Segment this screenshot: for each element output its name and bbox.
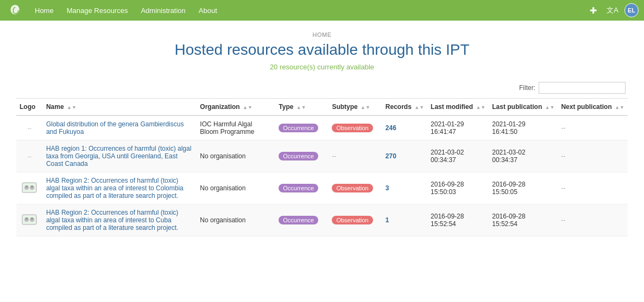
nav-about[interactable]: About: [192, 0, 224, 21]
filter-label: Filter:: [519, 84, 535, 92]
cell-organization: No organisation: [197, 204, 275, 236]
type-badge: Occurrence: [279, 216, 318, 224]
col-header-next-publication[interactable]: Next publication ▲▼: [558, 99, 628, 116]
table-row: --HAB region 1: Occurrences of harmful (…: [16, 140, 628, 172]
user-avatar[interactable]: EL: [624, 3, 639, 17]
cell-last-publication: 2021-01-29 16:41:50: [489, 115, 558, 140]
sort-nextpub-icon: ▲▼: [615, 105, 624, 110]
cell-next-publication: --: [558, 172, 628, 204]
table-section: Filter: Logo Name ▲▼ Organization ▲▼ Typ…: [16, 82, 628, 236]
records-count: 270: [386, 152, 396, 160]
sort-org-icon: ▲▼: [243, 105, 252, 110]
subtype-badge: Observation: [332, 216, 372, 224]
sort-type-icon: ▲▼: [296, 105, 306, 110]
cell-name: Global distribution of the genera Gambie…: [43, 115, 197, 140]
resource-count: 20 resource(s) currently available: [16, 63, 628, 71]
resources-table: Logo Name ▲▼ Organization ▲▼ Type ▲▼ Su: [16, 98, 628, 236]
col-header-records[interactable]: Records ▲▼: [382, 99, 427, 116]
svg-point-9: [31, 217, 33, 220]
col-header-logo: Logo: [16, 99, 43, 116]
col-header-organization[interactable]: Organization ▲▼: [197, 99, 275, 116]
svg-rect-0: [22, 183, 36, 192]
sort-lastpub-icon: ▲▼: [545, 105, 555, 110]
cell-next-publication: --: [558, 140, 628, 172]
records-count: 246: [386, 124, 396, 132]
sort-subtype-icon: ▲▼: [361, 105, 370, 110]
breadcrumb: HOME: [16, 31, 628, 38]
cell-last-modified: 2021-03-02 00:34:37: [427, 140, 489, 172]
cell-logo: --: [16, 115, 43, 140]
svg-rect-5: [22, 215, 36, 224]
type-badge: Occurrence: [279, 184, 318, 192]
sort-name-icon: ▲▼: [67, 105, 77, 110]
app-logo: [5, 1, 25, 20]
nav-manage-resources[interactable]: Manage Resources: [60, 0, 135, 21]
cell-subtype: Observation: [329, 115, 382, 140]
subtype-badge: Observation: [332, 184, 372, 192]
col-header-subtype[interactable]: Subtype ▲▼: [329, 99, 382, 116]
cell-records: 246: [382, 115, 427, 140]
cell-logo: --: [16, 140, 43, 172]
resource-link[interactable]: HAB region 1: Occurrences of harmful (to…: [46, 145, 191, 168]
svg-point-2: [26, 185, 28, 188]
resource-link[interactable]: HAB Region 2: Occurrences of harmful (to…: [46, 177, 184, 200]
cell-next-publication: --: [558, 204, 628, 236]
sort-records-icon: ▲▼: [414, 105, 424, 110]
cell-name: HAB Region 2: Occurrences of harmful (to…: [43, 172, 197, 204]
table-row: HAB Region 2: Occurrences of harmful (to…: [16, 204, 628, 236]
resource-logo-icon: [22, 214, 37, 225]
cell-records: 1: [382, 204, 427, 236]
cell-logo: [16, 172, 43, 204]
svg-point-4: [31, 185, 33, 188]
cell-last-modified: 2016-09-28 15:50:03: [427, 172, 489, 204]
cell-type: Occurrence: [275, 204, 329, 236]
filter-row: Filter:: [16, 82, 628, 94]
resource-link[interactable]: HAB Region 2: Occurrences of harmful (to…: [46, 209, 178, 232]
nav-home[interactable]: Home: [28, 0, 60, 21]
cell-organization: No organisation: [197, 140, 275, 172]
cell-subtype: --: [329, 140, 382, 172]
col-header-type[interactable]: Type ▲▼: [275, 99, 329, 116]
resource-link[interactable]: Global distribution of the genera Gambie…: [46, 120, 184, 136]
col-header-last-modified[interactable]: Last modified ▲▼: [427, 99, 489, 116]
cell-name: HAB Region 2: Occurrences of harmful (to…: [43, 204, 197, 236]
cell-subtype: Observation: [329, 204, 382, 236]
header: Home Manage Resources Administration Abo…: [0, 0, 644, 21]
main-nav: Home Manage Resources Administration Abo…: [28, 0, 224, 21]
cell-records: 3: [382, 172, 427, 204]
col-header-name[interactable]: Name ▲▼: [43, 99, 197, 116]
filter-input[interactable]: [539, 82, 626, 94]
cell-organization: No organisation: [197, 172, 275, 204]
type-badge: Occurrence: [279, 124, 318, 132]
sort-lastmod-icon: ▲▼: [476, 105, 485, 110]
table-row: HAB Region 2: Occurrences of harmful (to…: [16, 172, 628, 204]
cell-last-modified: 2016-09-28 15:52:54: [427, 204, 489, 236]
cell-last-modified: 2021-01-29 16:41:47: [427, 115, 489, 140]
page-title: Hosted resources available through this …: [16, 41, 628, 59]
cell-last-publication: 2016-09-28 15:50:05: [489, 172, 558, 204]
cell-records: 270: [382, 140, 427, 172]
col-header-last-publication[interactable]: Last publication ▲▼: [489, 99, 558, 116]
resource-logo-icon: [22, 182, 37, 193]
cell-organization: IOC Harmful Algal Bloom Programme: [197, 115, 275, 140]
cell-type: Occurrence: [275, 115, 329, 140]
table-row: --Global distribution of the genera Gamb…: [16, 115, 628, 140]
records-count: 1: [386, 216, 389, 224]
add-icon[interactable]: ✚: [585, 3, 601, 18]
type-badge: Occurrence: [279, 152, 318, 160]
translate-icon[interactable]: 文A: [605, 3, 620, 18]
cell-type: Occurrence: [275, 140, 329, 172]
header-right: ✚ 文A EL: [585, 3, 639, 18]
cell-next-publication: --: [558, 115, 628, 140]
cell-name: HAB region 1: Occurrences of harmful (to…: [43, 140, 197, 172]
records-count: 3: [386, 184, 389, 192]
cell-logo: [16, 204, 43, 236]
svg-point-7: [26, 217, 28, 220]
cell-last-publication: 2016-09-28 15:52:54: [489, 204, 558, 236]
cell-last-publication: 2021-03-02 00:34:37: [489, 140, 558, 172]
cell-type: Occurrence: [275, 172, 329, 204]
nav-administration[interactable]: Administration: [134, 0, 192, 21]
main-content: HOME Hosted resources available through …: [0, 21, 644, 247]
subtype-badge: Observation: [332, 124, 372, 132]
cell-subtype: Observation: [329, 172, 382, 204]
